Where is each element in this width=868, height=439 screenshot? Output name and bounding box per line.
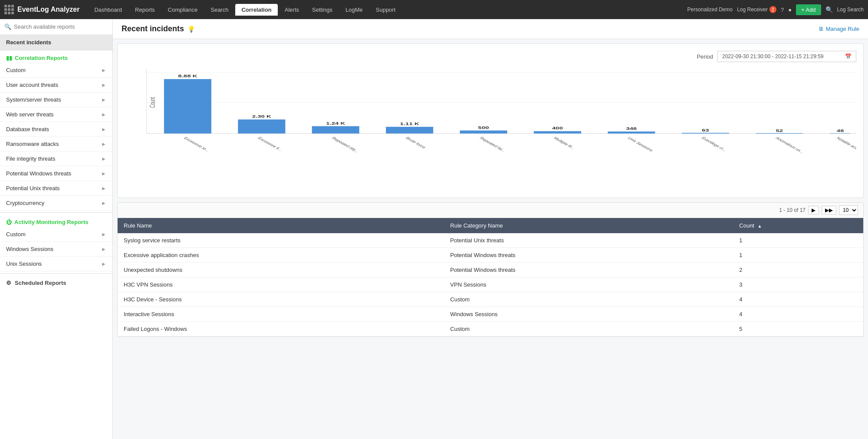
main-layout: 🔍 Recent incidents ▮▮ Correlation Report… [0,19,868,439]
pagination-showing: 1 - 10 of 17 [779,207,806,213]
search-icon[interactable]: 🔍 [825,6,833,13]
nav-compliance[interactable]: Compliance [162,4,204,16]
chevron-right-icon: ► [101,185,106,191]
sidebar-item-cryptocurrency[interactable]: Cryptocurrency ► [0,196,112,211]
chevron-right-icon: ► [101,246,106,252]
nav-logme[interactable]: LogMe [339,4,369,16]
sidebar-item-ransomware-attacks[interactable]: Ransomware attacks ► [0,137,112,152]
clock-icon: ⚙ [6,280,11,286]
rule-name-cell: Interactive Sessions [118,307,444,322]
svg-text:Excessive lo...: Excessive lo... [183,136,211,152]
sidebar: 🔍 Recent incidents ▮▮ Correlation Report… [0,19,113,439]
svg-text:46: 46 [837,129,844,133]
category-name-cell: VPN Sessions [444,277,733,292]
svg-text:400: 400 [552,126,563,131]
svg-rect-19 [460,131,507,134]
svg-text:346: 346 [626,126,637,131]
period-input[interactable]: 2022-09-30 21:30:00 - 2022-11-15 21:29:5… [717,51,856,62]
svg-text:Anomalous us...: Anomalous us... [774,136,806,154]
sidebar-item-windows-sessions[interactable]: Windows Sessions ► [0,242,112,257]
logo-grid-icon [4,5,14,14]
sidebar-item-web-server-threats[interactable]: Web server threats ► [0,107,112,122]
col-rule-name: Rule Name [118,218,444,233]
sidebar-item-potential-windows-threats[interactable]: Potential Windows threats ► [0,166,112,181]
logo: EventLog Analyzer [4,5,79,14]
rule-name-cell: H3C VPN Sessions [118,277,444,292]
nav-reports[interactable]: Reports [129,4,161,16]
category-name-cell: Custom [444,292,733,307]
svg-text:Unix Sessions: Unix Sessions [627,136,655,152]
search-input[interactable] [14,23,108,30]
log-search-button[interactable]: Log Search [837,7,864,13]
col-count[interactable]: Count ▲ [733,218,863,233]
sidebar-recent-incidents[interactable]: Recent incidents [0,35,112,50]
count-cell: 5 [733,322,863,337]
sidebar-activity-monitoring-header: ⏻ Activity Monitoring Reports [0,215,112,227]
svg-text:Excessive fi...: Excessive fi... [256,136,284,152]
nav-correlation[interactable]: Correlation [235,4,277,16]
sidebar-item-activity-custom[interactable]: Custom ► [0,227,112,242]
svg-text:Repeated fai...: Repeated fai... [479,136,507,152]
power-icon: ⏻ [6,219,12,225]
nav-support[interactable]: Support [370,4,402,16]
category-name-cell: Potential Unix threats [444,233,733,248]
svg-rect-34 [830,133,851,134]
user-icon[interactable]: ● [788,7,792,13]
sidebar-item-user-account-threats[interactable]: User account threats ► [0,78,112,92]
svg-text:Count: Count [149,97,157,108]
sidebar-item-unix-sessions[interactable]: Unix Sessions ► [0,257,112,271]
svg-text:63: 63 [702,128,709,132]
svg-rect-10 [238,119,285,133]
svg-text:Multiple fil...: Multiple fil... [552,136,576,150]
chevron-right-icon: ► [101,141,106,147]
calendar-icon[interactable]: 📅 [845,53,852,59]
rule-name-cell: Unexpected shutdowns [118,263,444,277]
chevron-right-icon: ► [101,156,106,162]
table-section: 1 - 10 of 17 ▶ ▶▶ 10 Rule Name Rule Cate… [117,202,864,337]
sidebar-item-database-threats[interactable]: Database threats ► [0,122,112,137]
add-button[interactable]: + Add [796,4,821,15]
top-right-controls: Personalized Demo Log Receiver 2 ? ● + A… [687,4,864,15]
lightbulb-icon: 💡 [187,26,195,33]
chevron-right-icon: ► [101,67,106,73]
nav-search[interactable]: Search [204,4,234,16]
bar-chart-icon: ▮▮ [6,55,12,61]
svg-text:Repeated obj...: Repeated obj... [331,136,360,153]
logo-text: EventLog Analyzer [17,6,79,13]
nav-dashboard[interactable]: Dashboard [88,4,128,16]
rule-name-cell: Syslog service restarts [118,233,444,248]
rule-name-cell: H3C Device - Sessions [118,292,444,307]
sidebar-item-custom[interactable]: Custom ► [0,63,112,78]
sidebar-item-potential-unix-threats[interactable]: Potential Unix threats ► [0,181,112,196]
svg-rect-16 [386,127,433,133]
chevron-right-icon: ► [101,126,106,132]
svg-text:8.88 K: 8.88 K [178,74,197,79]
nav-settings[interactable]: Settings [306,4,339,16]
count-cell: 1 [733,248,863,263]
sidebar-scheduled-reports[interactable]: ⚙ Scheduled Reports [0,275,112,290]
pagination-bar: 1 - 10 of 17 ▶ ▶▶ 10 [118,203,863,218]
log-receiver-label[interactable]: Log Receiver 2 [737,6,776,13]
svg-text:52: 52 [776,129,783,133]
sidebar-item-file-integrity-threats[interactable]: File integrity threats ► [0,152,112,166]
chevron-right-icon: ► [101,200,106,206]
per-page-select[interactable]: 10 [839,205,858,215]
sidebar-item-system-server-threats[interactable]: System/server threats ► [0,92,112,107]
last-page-button[interactable]: ▶▶ [822,206,836,215]
svg-rect-7 [164,79,211,133]
manage-rule-link[interactable]: 🗎 Manage Rule [819,26,859,32]
period-row: Period 2022-09-30 21:30:00 - 2022-11-15 … [125,51,856,62]
chevron-right-icon: ► [101,231,106,238]
content-area: Recent incidents 💡 🗎 Manage Rule Period … [113,19,868,439]
incidents-table: Rule Name Rule Category Name Count ▲ Sys… [118,218,863,337]
rule-icon: 🗎 [819,26,824,32]
svg-text:1.24 K: 1.24 K [326,121,345,125]
nav-alerts[interactable]: Alerts [279,4,305,16]
next-page-button[interactable]: ▶ [808,206,819,215]
table-row: Excessive application crashes Potential … [118,248,863,263]
svg-text:Brute force: Brute force [404,136,427,149]
chevron-right-icon: ► [101,171,106,177]
svg-rect-28 [682,133,729,134]
category-name-cell: Custom [444,322,733,337]
help-icon[interactable]: ? [781,7,784,13]
